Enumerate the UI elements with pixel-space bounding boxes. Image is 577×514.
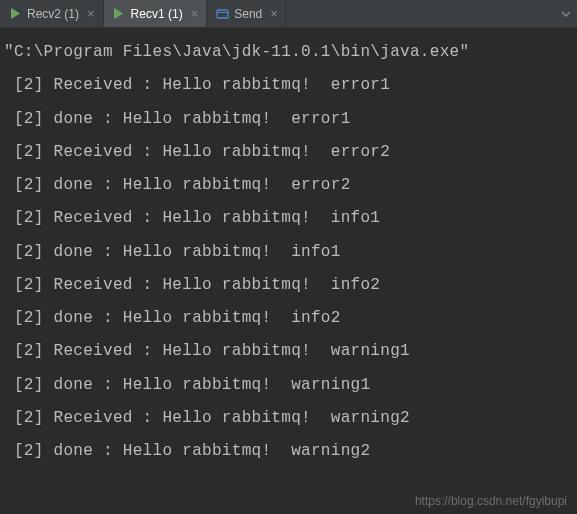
close-icon[interactable]: × <box>87 7 95 20</box>
app-icon <box>215 7 229 21</box>
svg-rect-0 <box>217 10 228 18</box>
tab-recv2[interactable]: Recv2 (1) × <box>0 0 104 27</box>
tab-recv1[interactable]: Recv1 (1) × <box>104 0 208 27</box>
tab-bar: Recv2 (1) × Recv1 (1) × Send × <box>0 0 577 28</box>
close-icon[interactable]: × <box>191 7 199 20</box>
console-line: [2] Received : Hello rabbitmq! warning2 <box>4 402 573 435</box>
console-line: [2] Received : Hello rabbitmq! warning1 <box>4 335 573 368</box>
console-line: [2] done : Hello rabbitmq! info1 <box>4 236 573 269</box>
console-line: [2] done : Hello rabbitmq! warning2 <box>4 435 573 468</box>
tab-label: Send <box>234 7 262 21</box>
close-icon[interactable]: × <box>270 7 278 20</box>
console-line: [2] done : Hello rabbitmq! info2 <box>4 302 573 335</box>
console-line: [2] Received : Hello rabbitmq! error2 <box>4 136 573 169</box>
console-line: [2] Received : Hello rabbitmq! info2 <box>4 269 573 302</box>
tab-label: Recv2 (1) <box>27 7 79 21</box>
console-line: [2] done : Hello rabbitmq! error1 <box>4 103 573 136</box>
tab-overflow-dropdown[interactable] <box>561 0 577 27</box>
console-line: [2] done : Hello rabbitmq! warning1 <box>4 369 573 402</box>
console-output: "C:\Program Files\Java\jdk-11.0.1\bin\ja… <box>0 28 577 472</box>
console-command: "C:\Program Files\Java\jdk-11.0.1\bin\ja… <box>4 36 573 69</box>
tab-send[interactable]: Send × <box>207 0 287 27</box>
console-line: [2] Received : Hello rabbitmq! error1 <box>4 69 573 102</box>
watermark: https://blog.csdn.net/fgyibupi <box>415 494 567 508</box>
run-icon <box>112 7 126 21</box>
run-icon <box>8 7 22 21</box>
chevron-down-icon <box>561 9 571 19</box>
tab-label: Recv1 (1) <box>131 7 183 21</box>
console-line: [2] done : Hello rabbitmq! error2 <box>4 169 573 202</box>
console-line: [2] Received : Hello rabbitmq! info1 <box>4 202 573 235</box>
